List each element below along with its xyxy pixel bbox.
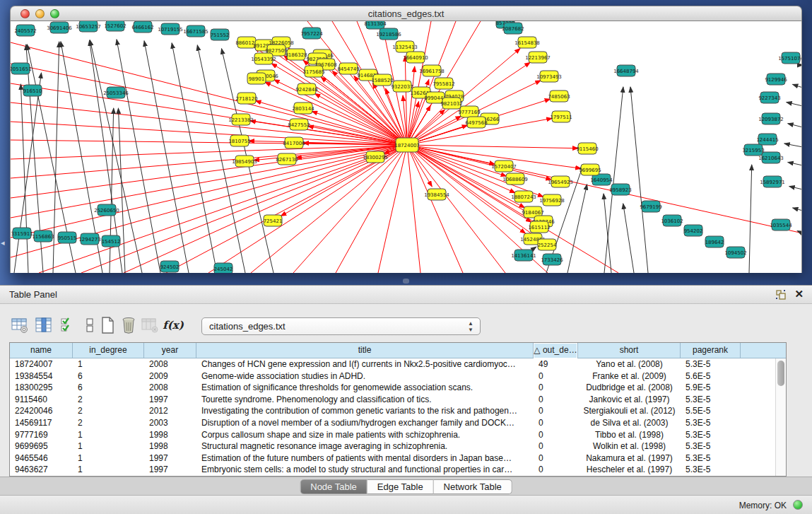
panel-collapse-arrow-icon[interactable]: ◂ (1, 239, 5, 247)
graph-node[interactable]: 9129946 (765, 74, 787, 85)
graph-node[interactable]: 19756928 (539, 194, 565, 206)
graph-node[interactable]: 3315911 (11, 228, 33, 239)
column-header-in_degree[interactable]: in_degree (73, 343, 144, 358)
table-settings-icon[interactable] (10, 315, 30, 335)
graph-node[interactable]: 2803144 (292, 103, 314, 114)
network-canvas[interactable]: 2405572306914061065325715276026466162107… (10, 21, 802, 273)
graph-node[interactable]: 2051651 (11, 63, 32, 74)
graph-node[interactable]: 2087682 (502, 23, 524, 34)
graph-node[interactable]: 6497568 (465, 117, 487, 128)
graph-node[interactable]: 9777169 (458, 106, 480, 117)
graph-node[interactable]: 16210643 (758, 152, 784, 163)
graph-node[interactable]: 1294273 (78, 233, 100, 245)
graph-node[interactable]: 8427552 (288, 119, 310, 130)
graph-node[interactable]: 98901 (247, 73, 266, 84)
graph-node[interactable]: 12213967 (525, 52, 551, 63)
graph-node[interactable]: 7957224 (300, 28, 323, 39)
graph-node[interactable]: 8958923 (609, 184, 631, 195)
graph-node[interactable]: 9227343 (758, 92, 780, 103)
graph-node[interactable]: 9115460 (576, 143, 598, 154)
graph-node[interactable]: 18300295 (363, 151, 388, 163)
graph-node[interactable]: 9679199 (640, 201, 661, 212)
graph-node[interactable]: 8186328 (285, 49, 307, 60)
network-window-titlebar[interactable]: citations_edges.txt (10, 6, 802, 21)
graph-node[interactable]: 1797511 (550, 111, 572, 122)
graph-node[interactable]: 9242848 (295, 83, 317, 95)
table-row[interactable]: 1830029562008Estimation of significance … (10, 382, 786, 394)
column-header-title[interactable]: title (196, 343, 534, 358)
select-all-rows-icon[interactable] (58, 315, 78, 335)
graph-node[interactable]: 1094502 (724, 247, 746, 258)
graph-node[interactable]: 12093872 (758, 113, 784, 124)
graph-node[interactable]: 18724007 (394, 138, 420, 152)
graph-node[interactable]: 1588520 (371, 74, 393, 86)
graph-node[interactable]: 12213383 (228, 114, 254, 125)
graph-node[interactable]: 3175685 (302, 66, 324, 77)
split-pane-handle[interactable] (404, 279, 408, 283)
table-row[interactable]: 1456911722003Disruption of a novel membe… (10, 417, 786, 429)
table-row[interactable]: 1872400712008Changes of HCN gene express… (10, 358, 786, 370)
graph-node[interactable]: 954202 (684, 225, 703, 236)
graph-node[interactable]: 10719155 (158, 23, 183, 35)
graph-node[interactable]: 8131304 (364, 21, 387, 29)
graph-node[interactable]: 950515 (58, 232, 77, 243)
graph-node[interactable]: 30691406 (47, 22, 72, 33)
graph-node[interactable]: 10688609 (502, 173, 528, 185)
table-row[interactable]: 1938455462009Genome-wide association stu… (10, 370, 786, 382)
column-header-short[interactable]: short (578, 343, 681, 358)
graph-node[interactable]: 18807243 (511, 191, 536, 202)
graph-node[interactable]: 16671585 (183, 25, 208, 37)
graph-node[interactable]: 19384554 (424, 189, 449, 200)
graph-node[interactable]: 7485063 (548, 90, 570, 102)
graph-node[interactable]: 10653257 (76, 21, 101, 32)
graph-node[interactable]: 25260650 (94, 204, 119, 216)
graph-node[interactable]: 1244415 (756, 134, 778, 145)
graph-node[interactable]: 1615112 (528, 221, 550, 233)
graph-node[interactable]: 189642 (705, 236, 724, 247)
table-row[interactable]: 2242004622012Investigating the contribut… (10, 405, 786, 417)
column-header-year[interactable]: year (144, 343, 196, 358)
graph-node[interactable]: 10543392 (251, 53, 276, 64)
table-row[interactable]: 946554611997Estimation of the future num… (10, 452, 786, 465)
tab-edge-table[interactable]: Edge Table (367, 479, 434, 494)
graph-node[interactable]: 1527602 (104, 21, 126, 31)
graph-node[interactable]: 252254 (538, 239, 557, 250)
show-column-icon[interactable] (34, 315, 54, 335)
column-header-out_de[interactable]: △ out_de… (534, 343, 578, 358)
graph-node[interactable]: 1036102 (661, 215, 683, 226)
graph-node[interactable]: 725421 (264, 215, 283, 226)
graph-node[interactable]: 16154838 (514, 37, 540, 48)
float-window-icon[interactable] (775, 289, 787, 300)
graph-node[interactable]: 751552 (211, 29, 230, 40)
new-table-icon[interactable] (98, 315, 117, 335)
column-header-pagerank[interactable]: pagerank (681, 343, 741, 358)
graph-node[interactable]: 16648794 (613, 65, 639, 76)
column-header-name[interactable]: name (10, 343, 73, 358)
graph-node[interactable]: 9699695 (579, 164, 601, 175)
graph-node[interactable]: 916510 (23, 85, 42, 96)
graph-node[interactable]: 2405572 (14, 25, 36, 36)
graph-node[interactable]: 9322037 (391, 81, 413, 92)
row-height-icon[interactable] (80, 315, 100, 335)
graph-node[interactable]: 3215953 (742, 144, 764, 156)
graph-node[interactable]: 154512 (102, 235, 121, 247)
function-icon[interactable]: f(x) (163, 315, 183, 335)
graph-node[interactable]: 9821032 (440, 98, 462, 109)
graph-node[interactable]: 1733426 (541, 254, 563, 265)
graph-node[interactable]: 6466162 (131, 21, 153, 33)
table-vertical-scrollbar[interactable] (775, 358, 786, 476)
close-panel-icon[interactable]: ✕ (794, 288, 804, 300)
scrollbar-thumb[interactable] (777, 361, 784, 386)
graph-node[interactable]: 10973493 (536, 71, 562, 82)
graph-node[interactable]: 19854903 (232, 156, 257, 167)
graph-node[interactable]: 19654923 (548, 176, 573, 187)
tab-network-table[interactable]: Network Table (434, 479, 512, 494)
table-selector-dropdown[interactable]: citations_edges.txt ▲▼ (201, 317, 481, 335)
graph-node[interactable]: 1810755 (228, 135, 250, 146)
graph-node[interactable]: 15720407 (491, 160, 517, 172)
graph-node[interactable]: 16640910 (403, 52, 428, 63)
graph-node[interactable]: 7955812 (433, 78, 454, 89)
graph-node[interactable]: 19218586 (376, 28, 401, 40)
graph-node[interactable]: 11325413 (392, 41, 418, 52)
table-row[interactable]: 977716911998Corpus callosum shape and si… (10, 429, 786, 441)
